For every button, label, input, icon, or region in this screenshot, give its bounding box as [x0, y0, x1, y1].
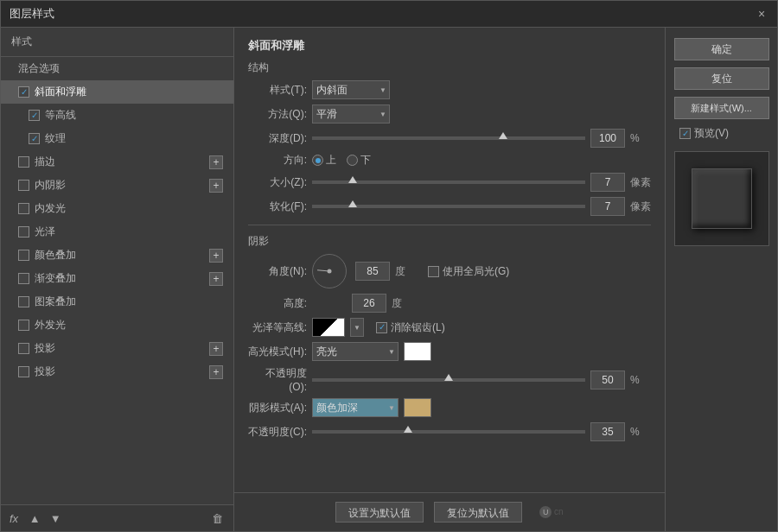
- sidebar-item-color-overlay[interactable]: 颜色叠加 +: [1, 244, 233, 267]
- outer-glow-checkbox[interactable]: [18, 320, 29, 331]
- sidebar-item-drop-shadow-2[interactable]: 投影 +: [1, 360, 233, 383]
- size-label: 大小(Z):: [248, 175, 307, 190]
- depth-slider[interactable]: [312, 132, 585, 144]
- stroke-checkbox[interactable]: [18, 156, 29, 168]
- depth-unit: %: [630, 132, 651, 144]
- soften-row: 软化(F): 像素: [248, 197, 651, 216]
- shadow-mode-select[interactable]: 颜色加深: [312, 398, 399, 417]
- pattern-overlay-checkbox[interactable]: [18, 296, 29, 307]
- anti-alias-option[interactable]: 消除锯齿(L): [376, 320, 445, 335]
- sidebar-item-drop-shadow-1[interactable]: 投影 +: [1, 337, 233, 360]
- direction-down-label: 下: [360, 153, 371, 168]
- gradient-overlay-checkbox[interactable]: [18, 273, 29, 284]
- direction-down-radio[interactable]: [347, 155, 358, 166]
- highlight-opacity-slider[interactable]: [312, 374, 585, 386]
- size-slider[interactable]: [312, 176, 585, 188]
- highlight-mode-select-wrapper[interactable]: 亮光: [312, 342, 399, 361]
- gloss-contour-select-wrapper[interactable]: [350, 318, 364, 337]
- outer-glow-label: 外发光: [35, 318, 66, 332]
- reset-button[interactable]: 复位: [674, 67, 769, 90]
- method-select-wrapper[interactable]: 平滑: [312, 104, 390, 124]
- style-row: 样式(T): 内斜面: [248, 80, 651, 99]
- shadow-color-swatch[interactable]: [404, 398, 431, 417]
- gradient-overlay-plus-button[interactable]: +: [209, 272, 223, 286]
- angle-row: 角度(N): 度 使用全局光(G): [248, 254, 651, 288]
- depth-input[interactable]: [590, 129, 625, 148]
- drop-shadow-1-plus-button[interactable]: +: [209, 342, 223, 356]
- close-button[interactable]: ×: [755, 7, 768, 21]
- direction-down-option[interactable]: 下: [347, 153, 371, 168]
- sidebar-item-inner-glow[interactable]: 内发光: [1, 197, 233, 220]
- dialog-body: 样式 混合选项 斜面和浮雕 等高线: [1, 28, 777, 531]
- altitude-row: 高度: 度: [248, 294, 651, 313]
- sidebar-item-pattern-overlay[interactable]: 图案叠加: [1, 290, 233, 314]
- use-global-light-option[interactable]: 使用全局光(G): [428, 264, 509, 279]
- sidebar-item-inner-shadow[interactable]: 内阴影 +: [1, 174, 233, 197]
- inner-shadow-checkbox[interactable]: [18, 180, 29, 191]
- preview-checkbox[interactable]: [679, 128, 691, 139]
- blend-options-label: 混合选项: [18, 61, 60, 76]
- set-default-button[interactable]: 设置为默认值: [335, 502, 424, 522]
- altitude-input[interactable]: [352, 294, 386, 313]
- sidebar-item-bevel-emboss[interactable]: 斜面和浮雕: [1, 80, 233, 104]
- method-row: 方法(Q): 平滑: [248, 104, 651, 124]
- stroke-plus-button[interactable]: +: [209, 155, 223, 169]
- sidebar-item-outer-glow[interactable]: 外发光: [1, 314, 233, 337]
- drop-shadow-1-checkbox[interactable]: [18, 343, 29, 354]
- style-select[interactable]: 内斜面: [312, 80, 390, 99]
- reset-default-button[interactable]: 复位为默认值: [434, 502, 522, 522]
- left-panel-header: 样式: [1, 28, 233, 57]
- drop-shadow-2-plus-button[interactable]: +: [209, 365, 223, 379]
- inner-glow-checkbox[interactable]: [18, 203, 29, 214]
- soften-slider[interactable]: [312, 200, 585, 212]
- gloss-contour-select[interactable]: [350, 318, 364, 337]
- move-up-button[interactable]: ▲: [27, 510, 42, 526]
- color-overlay-checkbox[interactable]: [18, 250, 29, 261]
- method-select[interactable]: 平滑: [312, 104, 390, 124]
- delete-button[interactable]: 🗑: [209, 510, 225, 526]
- texture-checkbox[interactable]: [29, 133, 40, 144]
- highlight-mode-select[interactable]: 亮光: [312, 342, 399, 361]
- anti-alias-checkbox[interactable]: [376, 322, 387, 333]
- angle-input[interactable]: [355, 262, 390, 281]
- new-style-button[interactable]: 新建样式(W)...: [674, 97, 769, 119]
- shadow-opacity-slider[interactable]: [312, 426, 585, 438]
- preview-option[interactable]: 预览(V): [679, 126, 729, 141]
- move-down-button[interactable]: ▼: [48, 510, 63, 526]
- shadow-opacity-input[interactable]: [590, 422, 625, 441]
- direction-up-label: 上: [326, 153, 336, 168]
- sidebar-item-gradient-overlay[interactable]: 渐变叠加 +: [1, 267, 233, 290]
- preview-box: [674, 151, 769, 246]
- sidebar-item-contour[interactable]: 等高线: [1, 104, 233, 127]
- color-overlay-plus-button[interactable]: +: [209, 249, 223, 263]
- altitude-label: 高度:: [248, 296, 307, 311]
- style-select-wrapper[interactable]: 内斜面: [312, 80, 390, 99]
- sidebar-item-stroke[interactable]: 描边 +: [1, 150, 233, 174]
- highlight-opacity-input[interactable]: [590, 370, 625, 390]
- divider-1: [248, 225, 651, 225]
- gloss-contour-preview[interactable]: [312, 318, 345, 337]
- use-global-light-checkbox[interactable]: [428, 266, 439, 277]
- bevel-emboss-checkbox[interactable]: [18, 86, 29, 98]
- depth-label: 深度(D):: [248, 131, 307, 146]
- highlight-mode-label: 高光模式(H):: [248, 345, 307, 359]
- contour-checkbox[interactable]: [29, 110, 40, 121]
- soften-input[interactable]: [590, 197, 625, 216]
- highlight-opacity-unit: %: [630, 374, 651, 386]
- main-section-title: 斜面和浮雕: [248, 38, 651, 54]
- angle-label: 角度(N):: [248, 264, 307, 279]
- ok-button[interactable]: 确定: [674, 38, 769, 60]
- drop-shadow-2-checkbox[interactable]: [18, 366, 29, 377]
- inner-shadow-plus-button[interactable]: +: [209, 179, 223, 193]
- direction-up-option[interactable]: 上: [312, 153, 336, 168]
- title-bar: 图层样式 ×: [1, 1, 777, 28]
- size-input[interactable]: [590, 173, 625, 192]
- direction-up-radio[interactable]: [312, 155, 323, 166]
- highlight-color-swatch[interactable]: [404, 342, 431, 361]
- sidebar-item-texture[interactable]: 纹理: [1, 127, 233, 150]
- satin-checkbox[interactable]: [18, 226, 29, 238]
- sidebar-item-blend-options[interactable]: 混合选项: [1, 57, 233, 80]
- angle-dial[interactable]: [312, 254, 347, 288]
- shadow-mode-select-wrapper[interactable]: 颜色加深: [312, 398, 399, 417]
- sidebar-item-satin[interactable]: 光泽: [1, 220, 233, 244]
